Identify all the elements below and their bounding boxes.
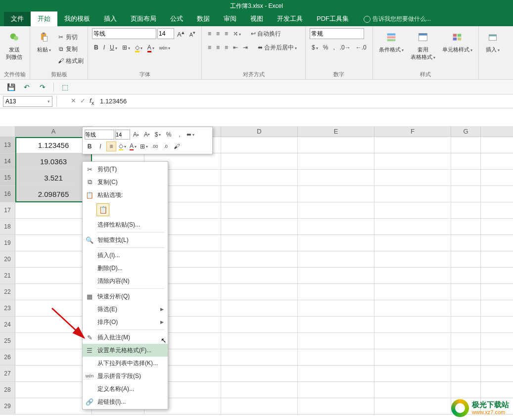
- cell[interactable]: [298, 219, 374, 234]
- row-header[interactable]: 21: [0, 268, 15, 283]
- cell[interactable]: [374, 382, 451, 398]
- cell[interactable]: [298, 382, 374, 398]
- redo-button[interactable]: ↷: [38, 82, 47, 92]
- ctx-pick-from-list[interactable]: 从下拉列表中选择(K)...: [83, 357, 168, 370]
- tab-home[interactable]: 开始: [31, 11, 57, 26]
- mini-font-size[interactable]: [115, 130, 130, 140]
- cell[interactable]: [374, 137, 451, 153]
- cell[interactable]: [15, 202, 92, 218]
- tab-layout[interactable]: 页面布局: [124, 12, 163, 26]
- comma-button[interactable]: ,: [331, 43, 336, 52]
- italic-button[interactable]: I: [101, 43, 107, 52]
- row-header[interactable]: 18: [0, 219, 15, 234]
- cell[interactable]: [15, 268, 92, 283]
- cell[interactable]: [451, 317, 481, 332]
- phonetic-button[interactable]: wén: [157, 43, 173, 52]
- border-button[interactable]: ⊞: [120, 43, 132, 52]
- cell[interactable]: [451, 382, 481, 398]
- tab-review[interactable]: 审阅: [217, 12, 243, 26]
- row-header[interactable]: 28: [0, 382, 15, 398]
- col-header-F[interactable]: F: [374, 126, 451, 137]
- confirm-edit-button[interactable]: ✓: [80, 97, 86, 106]
- ctx-smart-lookup[interactable]: 🔍智能查找(L): [83, 233, 168, 246]
- ctx-sort[interactable]: 排序(O)▶: [83, 316, 168, 328]
- col-header-G[interactable]: G: [451, 126, 481, 137]
- row-header[interactable]: 20: [0, 251, 15, 267]
- mini-border[interactable]: ⊞: [139, 141, 149, 151]
- mini-italic[interactable]: I: [95, 141, 105, 151]
- cell[interactable]: [451, 170, 481, 186]
- row-header[interactable]: 19: [0, 235, 15, 251]
- dec-decimal-button[interactable]: ←.0: [354, 43, 369, 52]
- cell[interactable]: [221, 398, 298, 414]
- cell[interactable]: [451, 153, 481, 169]
- mini-inc-decimal[interactable]: .00: [150, 141, 160, 151]
- select-all-corner[interactable]: [0, 126, 15, 137]
- cell[interactable]: [221, 170, 298, 186]
- cell[interactable]: [15, 398, 92, 414]
- cell[interactable]: [221, 268, 298, 283]
- name-box[interactable]: A13▾: [3, 96, 52, 107]
- cell[interactable]: [451, 284, 481, 300]
- cell[interactable]: [374, 317, 451, 332]
- fx-button[interactable]: fx: [90, 97, 94, 106]
- cell[interactable]: [298, 137, 374, 153]
- cell[interactable]: [451, 251, 481, 267]
- cell[interactable]: 19.0363: [15, 153, 92, 169]
- currency-button[interactable]: $: [310, 43, 320, 52]
- cell[interactable]: [298, 284, 374, 300]
- row-header[interactable]: 25: [0, 333, 15, 349]
- underline-button[interactable]: U: [108, 43, 119, 52]
- cell[interactable]: [298, 300, 374, 316]
- font-size-select[interactable]: [157, 28, 174, 39]
- mini-percent[interactable]: %: [164, 130, 174, 140]
- ctx-define-name[interactable]: 定义名称(A)...: [83, 382, 168, 395]
- mini-shrink-font[interactable]: A▾: [142, 130, 152, 140]
- insert-cells-button[interactable]: 插入: [483, 28, 503, 77]
- cell-styles-button[interactable]: 单元格样式: [440, 28, 474, 70]
- cell[interactable]: [451, 300, 481, 316]
- cell[interactable]: [15, 317, 92, 332]
- cell[interactable]: [221, 300, 298, 316]
- cell[interactable]: [374, 153, 451, 169]
- cell[interactable]: [451, 137, 481, 153]
- font-color-button[interactable]: A: [145, 43, 156, 52]
- align-center-button[interactable]: ≡: [214, 43, 222, 52]
- cell[interactable]: [451, 349, 481, 365]
- cut-button[interactable]: ✂剪切: [57, 32, 84, 43]
- font-name-select[interactable]: [92, 28, 156, 39]
- row-header[interactable]: 13: [0, 137, 15, 153]
- cell[interactable]: [221, 235, 298, 251]
- cell[interactable]: 3.521: [15, 170, 92, 186]
- fill-color-button[interactable]: ◇: [133, 43, 144, 52]
- tab-file[interactable]: 文件: [4, 12, 31, 26]
- cell[interactable]: [15, 366, 92, 381]
- ctx-clear[interactable]: 清除内容(N): [83, 275, 168, 287]
- inc-decimal-button[interactable]: .0→: [338, 43, 353, 52]
- cell[interactable]: [374, 349, 451, 365]
- row-header[interactable]: 17: [0, 202, 15, 218]
- cancel-edit-button[interactable]: ✕: [71, 97, 76, 106]
- ctx-format-cells[interactable]: ☰设置单元格格式(F)...: [83, 344, 168, 357]
- row-header[interactable]: 24: [0, 317, 15, 332]
- mini-currency[interactable]: $: [153, 130, 163, 140]
- align-left-button[interactable]: ≡: [206, 43, 213, 52]
- cell[interactable]: [221, 137, 298, 153]
- cell[interactable]: [221, 349, 298, 365]
- align-right-button[interactable]: ≡: [223, 43, 230, 52]
- align-middle-button[interactable]: ≡: [214, 29, 222, 38]
- col-header-D[interactable]: D: [221, 126, 298, 137]
- copy-button[interactable]: ⧉复制: [57, 44, 84, 54]
- ctx-paste-default[interactable]: 📋: [83, 201, 168, 218]
- cell[interactable]: [221, 317, 298, 332]
- mini-fill-color[interactable]: ◇: [117, 141, 127, 151]
- mini-merge[interactable]: ⬌: [186, 130, 195, 140]
- ctx-quick-analysis[interactable]: ▦快速分析(Q): [83, 290, 168, 303]
- cell[interactable]: [451, 186, 481, 202]
- col-header-A[interactable]: A: [15, 126, 92, 137]
- ctx-delete[interactable]: 删除(D)...: [83, 262, 168, 275]
- ctx-paste-special[interactable]: 选择性粘贴(S)...: [83, 218, 168, 231]
- send-to-wechat-button[interactable]: 发送 到微信: [4, 28, 24, 70]
- cell[interactable]: [221, 382, 298, 398]
- row-header[interactable]: 22: [0, 284, 15, 300]
